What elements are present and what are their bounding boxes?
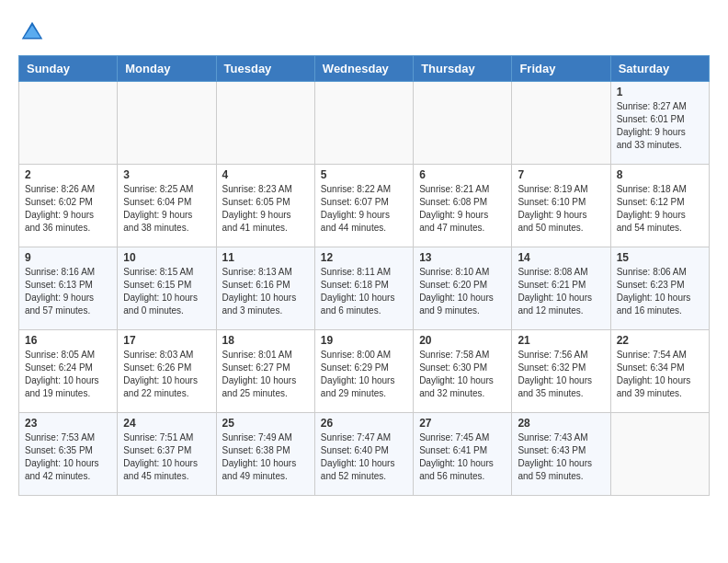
day-info: Sunrise: 8:01 AM Sunset: 6:27 PM Dayligh… <box>222 349 309 400</box>
day-info: Sunrise: 8:00 AM Sunset: 6:29 PM Dayligh… <box>321 349 407 400</box>
day-cell: 27Sunrise: 7:45 AM Sunset: 6:41 PM Dayli… <box>414 413 512 496</box>
day-number: 4 <box>222 168 309 181</box>
day-info: Sunrise: 8:26 AM Sunset: 6:02 PM Dayligh… <box>25 183 111 235</box>
week-row-2: 2Sunrise: 8:26 AM Sunset: 6:02 PM Daylig… <box>19 165 710 247</box>
day-info: Sunrise: 8:22 AM Sunset: 6:07 PM Dayligh… <box>321 183 407 235</box>
day-number: 8 <box>617 168 703 181</box>
day-cell: 28Sunrise: 7:43 AM Sunset: 6:43 PM Dayli… <box>512 413 610 496</box>
day-cell: 15Sunrise: 8:06 AM Sunset: 6:23 PM Dayli… <box>610 247 709 330</box>
day-number: 15 <box>617 251 703 264</box>
day-info: Sunrise: 8:13 AM Sunset: 6:16 PM Dayligh… <box>222 266 309 317</box>
day-cell: 4Sunrise: 8:23 AM Sunset: 6:05 PM Daylig… <box>216 165 314 247</box>
day-info: Sunrise: 8:06 AM Sunset: 6:23 PM Dayligh… <box>617 266 703 317</box>
day-cell: 24Sunrise: 7:51 AM Sunset: 6:37 PM Dayli… <box>118 413 216 496</box>
day-number: 20 <box>419 334 506 347</box>
day-info: Sunrise: 7:45 AM Sunset: 6:41 PM Dayligh… <box>419 431 506 483</box>
day-info: Sunrise: 7:51 AM Sunset: 6:37 PM Dayligh… <box>123 431 210 483</box>
day-info: Sunrise: 8:08 AM Sunset: 6:21 PM Dayligh… <box>518 266 604 317</box>
day-number: 13 <box>419 251 506 264</box>
weekday-header-sunday: Sunday <box>19 56 118 82</box>
day-number: 1 <box>617 86 703 98</box>
logo-icon <box>18 18 46 46</box>
day-cell <box>216 82 314 165</box>
day-info: Sunrise: 7:56 AM Sunset: 6:32 PM Dayligh… <box>518 349 604 400</box>
day-cell: 17Sunrise: 8:03 AM Sunset: 6:26 PM Dayli… <box>118 330 216 413</box>
day-number: 3 <box>123 168 210 181</box>
day-cell <box>610 413 709 496</box>
day-number: 19 <box>321 334 407 347</box>
weekday-header-row: SundayMondayTuesdayWednesdayThursdayFrid… <box>19 56 710 82</box>
day-number: 7 <box>518 168 604 181</box>
page-header <box>18 18 710 46</box>
day-info: Sunrise: 7:58 AM Sunset: 6:30 PM Dayligh… <box>419 349 506 400</box>
day-number: 2 <box>25 168 111 181</box>
day-cell <box>118 82 216 165</box>
day-cell: 8Sunrise: 8:18 AM Sunset: 6:12 PM Daylig… <box>610 165 709 247</box>
day-cell: 9Sunrise: 8:16 AM Sunset: 6:13 PM Daylig… <box>19 247 118 330</box>
day-cell: 1Sunrise: 8:27 AM Sunset: 6:01 PM Daylig… <box>610 82 709 165</box>
day-number: 18 <box>222 334 309 347</box>
day-info: Sunrise: 8:05 AM Sunset: 6:24 PM Dayligh… <box>25 349 111 400</box>
day-cell: 11Sunrise: 8:13 AM Sunset: 6:16 PM Dayli… <box>216 247 314 330</box>
day-cell <box>512 82 610 165</box>
day-info: Sunrise: 8:23 AM Sunset: 6:05 PM Dayligh… <box>222 183 309 235</box>
day-info: Sunrise: 8:18 AM Sunset: 6:12 PM Dayligh… <box>617 183 703 235</box>
day-cell: 22Sunrise: 7:54 AM Sunset: 6:34 PM Dayli… <box>610 330 709 413</box>
day-cell: 2Sunrise: 8:26 AM Sunset: 6:02 PM Daylig… <box>19 165 118 247</box>
day-number: 28 <box>518 417 604 430</box>
day-info: Sunrise: 7:53 AM Sunset: 6:35 PM Dayligh… <box>25 431 111 483</box>
day-info: Sunrise: 8:11 AM Sunset: 6:18 PM Dayligh… <box>321 266 407 317</box>
day-cell: 7Sunrise: 8:19 AM Sunset: 6:10 PM Daylig… <box>512 165 610 247</box>
day-cell: 21Sunrise: 7:56 AM Sunset: 6:32 PM Dayli… <box>512 330 610 413</box>
day-number: 23 <box>25 417 111 430</box>
day-cell: 18Sunrise: 8:01 AM Sunset: 6:27 PM Dayli… <box>216 330 314 413</box>
weekday-header-tuesday: Tuesday <box>216 56 314 82</box>
day-number: 24 <box>123 417 210 430</box>
week-row-5: 23Sunrise: 7:53 AM Sunset: 6:35 PM Dayli… <box>19 413 710 496</box>
week-row-4: 16Sunrise: 8:05 AM Sunset: 6:24 PM Dayli… <box>19 330 710 413</box>
day-info: Sunrise: 7:49 AM Sunset: 6:38 PM Dayligh… <box>222 431 309 483</box>
day-info: Sunrise: 8:16 AM Sunset: 6:13 PM Dayligh… <box>25 266 111 317</box>
day-cell <box>19 82 118 165</box>
day-info: Sunrise: 8:27 AM Sunset: 6:01 PM Dayligh… <box>617 100 703 152</box>
day-cell <box>314 82 413 165</box>
day-cell: 20Sunrise: 7:58 AM Sunset: 6:30 PM Dayli… <box>414 330 512 413</box>
day-number: 12 <box>321 251 407 264</box>
day-cell: 19Sunrise: 8:00 AM Sunset: 6:29 PM Dayli… <box>314 330 413 413</box>
weekday-header-saturday: Saturday <box>610 56 709 82</box>
day-info: Sunrise: 7:54 AM Sunset: 6:34 PM Dayligh… <box>617 349 703 400</box>
calendar-table: SundayMondayTuesdayWednesdayThursdayFrid… <box>18 55 710 496</box>
day-info: Sunrise: 8:25 AM Sunset: 6:04 PM Dayligh… <box>123 183 210 235</box>
day-info: Sunrise: 8:15 AM Sunset: 6:15 PM Dayligh… <box>123 266 210 317</box>
week-row-1: 1Sunrise: 8:27 AM Sunset: 6:01 PM Daylig… <box>19 82 710 165</box>
day-cell: 12Sunrise: 8:11 AM Sunset: 6:18 PM Dayli… <box>314 247 413 330</box>
day-number: 16 <box>25 334 111 347</box>
day-number: 10 <box>123 251 210 264</box>
day-cell: 10Sunrise: 8:15 AM Sunset: 6:15 PM Dayli… <box>118 247 216 330</box>
day-cell: 3Sunrise: 8:25 AM Sunset: 6:04 PM Daylig… <box>118 165 216 247</box>
day-number: 22 <box>617 334 703 347</box>
day-number: 9 <box>25 251 111 264</box>
day-info: Sunrise: 8:03 AM Sunset: 6:26 PM Dayligh… <box>123 349 210 400</box>
day-number: 14 <box>518 251 604 264</box>
day-info: Sunrise: 8:10 AM Sunset: 6:20 PM Dayligh… <box>419 266 506 317</box>
day-number: 25 <box>222 417 309 430</box>
weekday-header-monday: Monday <box>118 56 216 82</box>
day-cell: 6Sunrise: 8:21 AM Sunset: 6:08 PM Daylig… <box>414 165 512 247</box>
day-number: 6 <box>419 168 506 181</box>
weekday-header-wednesday: Wednesday <box>314 56 413 82</box>
day-cell: 13Sunrise: 8:10 AM Sunset: 6:20 PM Dayli… <box>414 247 512 330</box>
day-info: Sunrise: 8:21 AM Sunset: 6:08 PM Dayligh… <box>419 183 506 235</box>
day-cell: 16Sunrise: 8:05 AM Sunset: 6:24 PM Dayli… <box>19 330 118 413</box>
day-number: 21 <box>518 334 604 347</box>
day-number: 17 <box>123 334 210 347</box>
day-cell: 26Sunrise: 7:47 AM Sunset: 6:40 PM Dayli… <box>314 413 413 496</box>
day-cell: 14Sunrise: 8:08 AM Sunset: 6:21 PM Dayli… <box>512 247 610 330</box>
weekday-header-friday: Friday <box>512 56 610 82</box>
day-number: 5 <box>321 168 407 181</box>
day-number: 26 <box>321 417 407 430</box>
day-cell: 23Sunrise: 7:53 AM Sunset: 6:35 PM Dayli… <box>19 413 118 496</box>
day-number: 27 <box>419 417 506 430</box>
day-number: 11 <box>222 251 309 264</box>
week-row-3: 9Sunrise: 8:16 AM Sunset: 6:13 PM Daylig… <box>19 247 710 330</box>
